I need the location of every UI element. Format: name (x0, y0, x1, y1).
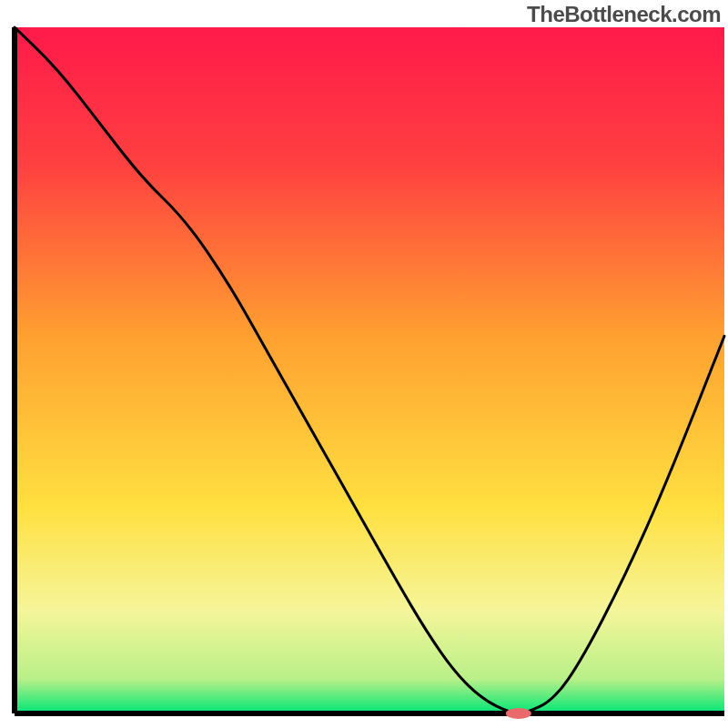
watermark-text: TheBottleneck.com (527, 2, 721, 27)
gradient-background (15, 27, 724, 713)
chart-container: TheBottleneck.com (0, 0, 728, 728)
target-marker (506, 708, 531, 719)
bottleneck-chart (0, 0, 728, 728)
